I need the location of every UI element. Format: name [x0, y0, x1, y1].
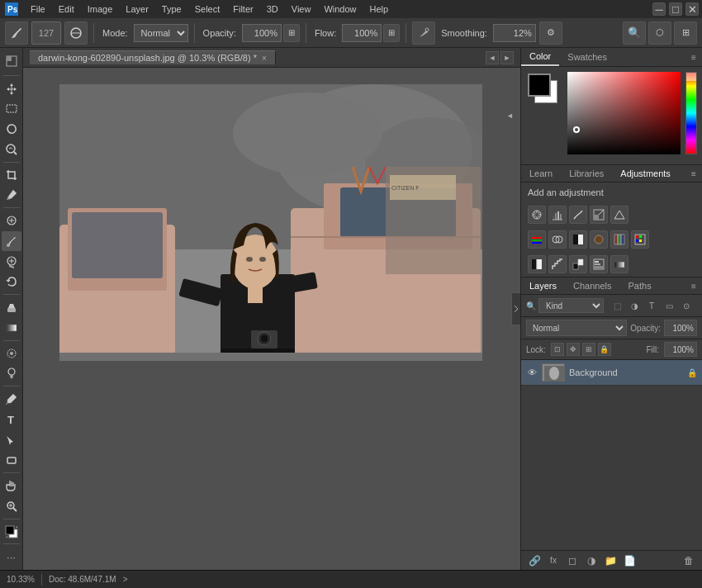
- delete-layer-icon[interactable]: 🗑: [681, 552, 697, 569]
- menu-filter[interactable]: Filter: [227, 2, 259, 16]
- smoothing-input[interactable]: [493, 24, 536, 42]
- vibrance-icon[interactable]: [610, 206, 628, 224]
- layers-filter-dropdown[interactable]: Kind: [538, 298, 604, 313]
- layers-blend-mode[interactable]: Normal: [526, 320, 627, 336]
- gradient-tool[interactable]: [2, 318, 21, 338]
- opacity-pressure-icon[interactable]: ⊞: [283, 24, 300, 42]
- hue-strip[interactable]: [685, 72, 697, 154]
- color-balance-icon[interactable]: [548, 230, 567, 249]
- fill-input[interactable]: [664, 342, 697, 357]
- fg-color-swatch[interactable]: [528, 74, 551, 97]
- layers-panel-menu[interactable]: ≡: [685, 277, 702, 294]
- add-mask-icon[interactable]: ◻: [564, 552, 581, 569]
- rectangular-marquee-tool[interactable]: [2, 98, 21, 118]
- brush-toggle-icon[interactable]: [64, 21, 88, 45]
- panel-collapse-left[interactable]: [511, 292, 520, 325]
- shape-filter-icon[interactable]: ▭: [662, 298, 676, 313]
- lock-pixels-icon[interactable]: ⊡: [551, 343, 564, 356]
- posterize-icon[interactable]: [548, 255, 567, 273]
- share-icon[interactable]: ⬡: [648, 21, 671, 45]
- channels-tab[interactable]: Channels: [565, 277, 619, 294]
- smoothing-options-icon[interactable]: ⚙: [539, 21, 562, 45]
- close-button[interactable]: ✕: [685, 2, 699, 16]
- more-tools-icon[interactable]: ···: [2, 547, 21, 567]
- healing-brush-tool[interactable]: [2, 211, 21, 230]
- paths-tab[interactable]: Paths: [620, 277, 660, 294]
- color-panel-menu[interactable]: ≡: [685, 49, 702, 65]
- brush-tool-box[interactable]: [2, 231, 21, 251]
- menu-3d[interactable]: 3D: [261, 2, 284, 16]
- shape-tool[interactable]: [2, 450, 21, 470]
- pixel-filter-icon[interactable]: ⬚: [610, 298, 624, 313]
- flow-pressure-icon[interactable]: ⊞: [383, 24, 400, 42]
- move-tool[interactable]: [2, 78, 21, 98]
- swatches-tab[interactable]: Swatches: [559, 49, 615, 65]
- smart-filter-icon[interactable]: ⊙: [679, 298, 694, 313]
- link-layers-icon[interactable]: 🔗: [526, 552, 543, 569]
- color-tab[interactable]: Color: [521, 48, 559, 66]
- path-selection-tool[interactable]: [2, 430, 21, 450]
- levels-icon[interactable]: [548, 206, 567, 224]
- airbrush-icon[interactable]: [412, 21, 435, 45]
- learn-tab[interactable]: Learn: [521, 165, 561, 182]
- flow-input[interactable]: [342, 24, 382, 42]
- text-tool[interactable]: T: [2, 410, 21, 429]
- doc-arrow[interactable]: >: [123, 575, 128, 584]
- hue-saturation-icon[interactable]: [528, 230, 546, 249]
- hand-tool[interactable]: [2, 476, 21, 496]
- selective-color-icon[interactable]: [590, 255, 608, 273]
- new-fill-layer-icon[interactable]: ◑: [583, 552, 600, 569]
- eraser-tool[interactable]: [2, 297, 21, 317]
- blur-tool[interactable]: [2, 344, 21, 363]
- layer-visibility-toggle[interactable]: 👁: [526, 367, 538, 378]
- fx-icon[interactable]: fx: [545, 552, 562, 569]
- photo-filter-icon[interactable]: [590, 230, 608, 249]
- quick-select-tool[interactable]: [2, 140, 21, 159]
- lock-artboards-icon[interactable]: ⊞: [582, 343, 595, 356]
- tabs-scroll-left[interactable]: ◄: [486, 51, 499, 64]
- menu-file[interactable]: File: [25, 2, 51, 16]
- curves-icon[interactable]: [569, 206, 587, 224]
- menu-edit[interactable]: Edit: [53, 2, 80, 16]
- crop-tool[interactable]: [2, 165, 21, 185]
- adjustments-tab[interactable]: Adjustments: [612, 165, 679, 182]
- search-icon[interactable]: 🔍: [623, 21, 646, 45]
- mode-dropdown[interactable]: Normal: [134, 24, 188, 42]
- layers-opacity-input[interactable]: [664, 320, 697, 336]
- new-group-icon[interactable]: 📁: [602, 552, 619, 569]
- menu-window[interactable]: Window: [318, 2, 362, 16]
- clone-stamp-tool[interactable]: [2, 252, 21, 272]
- threshold-icon[interactable]: [569, 255, 587, 273]
- black-white-icon[interactable]: [569, 230, 587, 249]
- file-tab[interactable]: darwin-kong-602890-unsplash.jpg @ 10.3% …: [30, 50, 276, 64]
- zoom-tool[interactable]: [2, 496, 21, 516]
- color-spectrum[interactable]: [567, 72, 681, 154]
- tab-close-button[interactable]: ×: [262, 54, 267, 63]
- exposure-icon[interactable]: [590, 206, 608, 224]
- menu-help[interactable]: Help: [364, 2, 395, 16]
- panel-toggle-icon[interactable]: [2, 51, 21, 71]
- color-lookup-icon[interactable]: [631, 230, 649, 249]
- text-filter-icon[interactable]: T: [644, 298, 659, 313]
- new-layer-icon[interactable]: 📄: [621, 552, 638, 569]
- adjustment-filter-icon[interactable]: ◑: [627, 298, 642, 313]
- tabs-scroll-right[interactable]: ►: [500, 51, 514, 64]
- invert-icon[interactable]: [528, 255, 546, 273]
- lock-position-icon[interactable]: ✥: [567, 343, 580, 356]
- menu-select[interactable]: Select: [189, 2, 226, 16]
- layer-row-background[interactable]: 👁 Background 🔒: [521, 360, 702, 386]
- layers-tab[interactable]: Layers: [521, 277, 565, 294]
- channel-mixer-icon[interactable]: [610, 230, 628, 249]
- image-canvas[interactable]: CITIZEN F: [59, 84, 482, 361]
- minimize-button[interactable]: ─: [652, 2, 666, 16]
- brush-preset-picker[interactable]: [5, 21, 28, 45]
- menu-layer[interactable]: Layer: [120, 2, 154, 16]
- adjustments-panel-menu[interactable]: ≡: [685, 165, 702, 182]
- menu-image[interactable]: Image: [82, 2, 119, 16]
- gradient-map-icon[interactable]: [610, 255, 628, 273]
- brush-settings-icon[interactable]: 127: [31, 21, 61, 45]
- history-brush-tool[interactable]: [2, 272, 21, 292]
- maximize-button[interactable]: □: [669, 2, 682, 16]
- eyedropper-tool[interactable]: [2, 185, 21, 205]
- lock-all-icon[interactable]: 🔒: [598, 343, 611, 356]
